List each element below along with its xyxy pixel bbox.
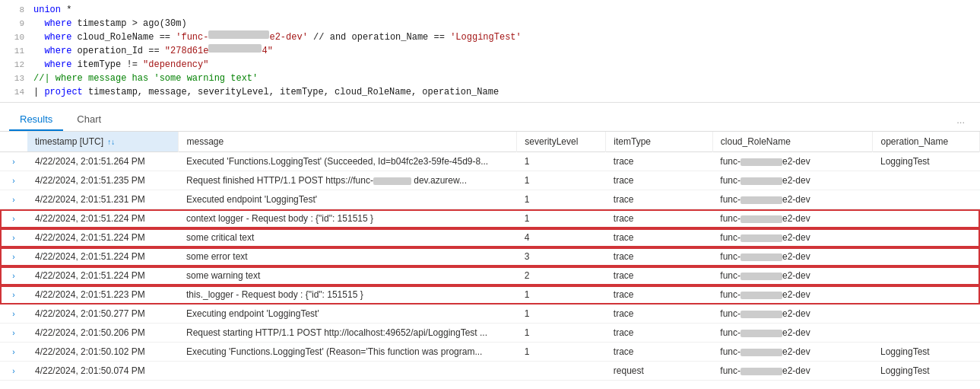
message-cell: this._logger - Request body : {"id": 151… bbox=[179, 285, 517, 305]
operationname-cell: LoggingTest bbox=[873, 152, 980, 171]
severity-cell: 1 bbox=[517, 209, 606, 228]
expand-cell[interactable]: › bbox=[0, 305, 27, 324]
expand-cell[interactable]: › bbox=[0, 171, 27, 190]
operationname-cell bbox=[873, 190, 980, 209]
itemtype-cell: trace bbox=[606, 247, 712, 266]
itemtype-cell: trace bbox=[606, 343, 712, 362]
operation-name-col-header[interactable]: operation_Name bbox=[873, 132, 980, 152]
itemtype-cell: trace bbox=[606, 305, 712, 324]
table-header: timestamp [UTC] ↑↓ message severityLevel… bbox=[0, 132, 980, 152]
table-row: ›4/22/2024, 2:01:50.277 PMExecuting endp… bbox=[0, 305, 980, 324]
message-cell: Executing 'Functions.LoggingTest' (Reaso… bbox=[179, 343, 517, 362]
table-row: ›4/22/2024, 2:01:51.224 PMsome warning t… bbox=[0, 266, 980, 285]
message-cell: Executed 'Functions.LoggingTest' (Succee… bbox=[179, 152, 517, 171]
operationname-cell bbox=[873, 171, 980, 190]
redacted-block bbox=[741, 253, 782, 261]
redacted-block bbox=[741, 234, 782, 242]
message-cell: context logger - Request body : {"id": 1… bbox=[179, 209, 517, 228]
message-cell: Executing endpoint 'LoggingTest' bbox=[179, 305, 517, 324]
sort-icon: ↑↓ bbox=[107, 138, 115, 146]
table-row: ›4/22/2024, 2:01:51.231 PMExecuted endpo… bbox=[0, 190, 980, 209]
redacted-block bbox=[741, 330, 782, 337]
severitylevel-col-header[interactable]: severityLevel bbox=[517, 132, 606, 152]
operationname-cell bbox=[873, 209, 980, 228]
cloudrolename-cell: func-e2-dev bbox=[712, 209, 873, 228]
operationname-cell bbox=[873, 305, 980, 324]
expand-cell[interactable]: › bbox=[0, 247, 27, 266]
redacted-block bbox=[741, 158, 782, 166]
message-cell: Request starting HTTP/1.1 POST http://lo… bbox=[179, 324, 517, 343]
code-line-11: 11 where operation_Id == "278d61e 4" bbox=[0, 44, 980, 58]
operationname-cell bbox=[873, 247, 980, 266]
expand-cell[interactable]: › bbox=[0, 285, 27, 305]
code-line-12: 12 where itemType != "dependency" bbox=[0, 58, 980, 72]
severity-cell: 2 bbox=[517, 266, 606, 285]
results-table: timestamp [UTC] ↑↓ message severityLevel… bbox=[0, 132, 980, 381]
expand-cell[interactable]: › bbox=[0, 209, 27, 228]
timestamp-cell: 4/22/2024, 2:01:50.277 PM bbox=[27, 305, 179, 324]
itemtype-cell: trace bbox=[606, 266, 712, 285]
redacted-block bbox=[741, 273, 782, 280]
table-row: ›4/22/2024, 2:01:51.223 PMthis._logger -… bbox=[0, 285, 980, 305]
cloudrolename-cell: func-e2-dev bbox=[712, 266, 873, 285]
code-line-8: 8 union * bbox=[0, 3, 980, 17]
table-row: ›4/22/2024, 2:01:50.074 PMrequestfunc-e2… bbox=[0, 362, 980, 381]
table-row: ›4/22/2024, 2:01:51.224 PMsome error tex… bbox=[0, 247, 980, 266]
severity-cell: 1 bbox=[517, 285, 606, 305]
timestamp-cell: 4/22/2024, 2:01:51.224 PM bbox=[27, 247, 179, 266]
tab-results[interactable]: Results bbox=[9, 109, 63, 131]
table-row: ›4/22/2024, 2:01:50.102 PMExecuting 'Fun… bbox=[0, 343, 980, 362]
itemtype-cell: trace bbox=[606, 171, 712, 190]
timestamp-cell: 4/22/2024, 2:01:51.224 PM bbox=[27, 266, 179, 285]
severity-cell: 1 bbox=[517, 152, 606, 171]
message-cell: Executed endpoint 'LoggingTest' bbox=[179, 190, 517, 209]
cloudrolename-cell: func-e2-dev bbox=[712, 324, 873, 343]
message-col-header[interactable]: message bbox=[179, 132, 517, 152]
redacted-block bbox=[741, 349, 782, 356]
operationname-cell bbox=[873, 324, 980, 343]
message-cell: some critical text bbox=[179, 228, 517, 247]
itemtype-cell: trace bbox=[606, 152, 712, 171]
tab-chart[interactable]: Chart bbox=[66, 109, 112, 131]
itemtype-cell: trace bbox=[606, 228, 712, 247]
table-row: ›4/22/2024, 2:01:51.264 PMExecuted 'Func… bbox=[0, 152, 980, 171]
cloudrolename-cell: func-e2-dev bbox=[712, 247, 873, 266]
redacted-block bbox=[741, 311, 782, 318]
itemtype-col-header[interactable]: itemType bbox=[606, 132, 712, 152]
expand-cell[interactable]: › bbox=[0, 324, 27, 343]
expand-cell[interactable]: › bbox=[0, 152, 27, 171]
table-row: ›4/22/2024, 2:01:51.224 PMsome critical … bbox=[0, 228, 980, 247]
itemtype-cell: trace bbox=[606, 209, 712, 228]
itemtype-cell: request bbox=[606, 362, 712, 381]
operationname-cell bbox=[873, 266, 980, 285]
itemtype-cell: trace bbox=[606, 285, 712, 305]
expand-cell[interactable]: › bbox=[0, 362, 27, 381]
severity-cell: 1 bbox=[517, 190, 606, 209]
cloud-rolename-col-header[interactable]: cloud_RoleName bbox=[712, 132, 873, 152]
operationname-cell: LoggingTest bbox=[873, 362, 980, 381]
expand-cell[interactable]: › bbox=[0, 266, 27, 285]
severity-cell: 1 bbox=[517, 324, 606, 343]
severity-cell: 1 bbox=[517, 343, 606, 362]
cloudrolename-cell: func-e2-dev bbox=[712, 171, 873, 190]
itemtype-cell: trace bbox=[606, 190, 712, 209]
timestamp-cell: 4/22/2024, 2:01:51.224 PM bbox=[27, 209, 179, 228]
expand-cell[interactable]: › bbox=[0, 228, 27, 247]
severity-cell: 1 bbox=[517, 171, 606, 190]
redacted-block bbox=[741, 368, 782, 375]
cloudrolename-cell: func-e2-dev bbox=[712, 190, 873, 209]
ellipsis-indicator: ... bbox=[950, 111, 971, 129]
redacted-block bbox=[741, 177, 782, 185]
timestamp-cell: 4/22/2024, 2:01:51.223 PM bbox=[27, 285, 179, 305]
timestamp-col-header[interactable]: timestamp [UTC] ↑↓ bbox=[27, 132, 179, 152]
expand-cell[interactable]: › bbox=[0, 190, 27, 209]
expand-cell[interactable]: › bbox=[0, 343, 27, 362]
table-row: ›4/22/2024, 2:01:51.224 PMcontext logger… bbox=[0, 209, 980, 228]
message-cell bbox=[179, 362, 517, 381]
table-row: ›4/22/2024, 2:01:50.206 PMRequest starti… bbox=[0, 324, 980, 343]
cloudrolename-cell: func-e2-dev bbox=[712, 228, 873, 247]
message-cell: some warning text bbox=[179, 266, 517, 285]
redacted-block bbox=[373, 177, 411, 185]
timestamp-cell: 4/22/2024, 2:01:51.231 PM bbox=[27, 190, 179, 209]
cloudrolename-cell: func-e2-dev bbox=[712, 285, 873, 305]
